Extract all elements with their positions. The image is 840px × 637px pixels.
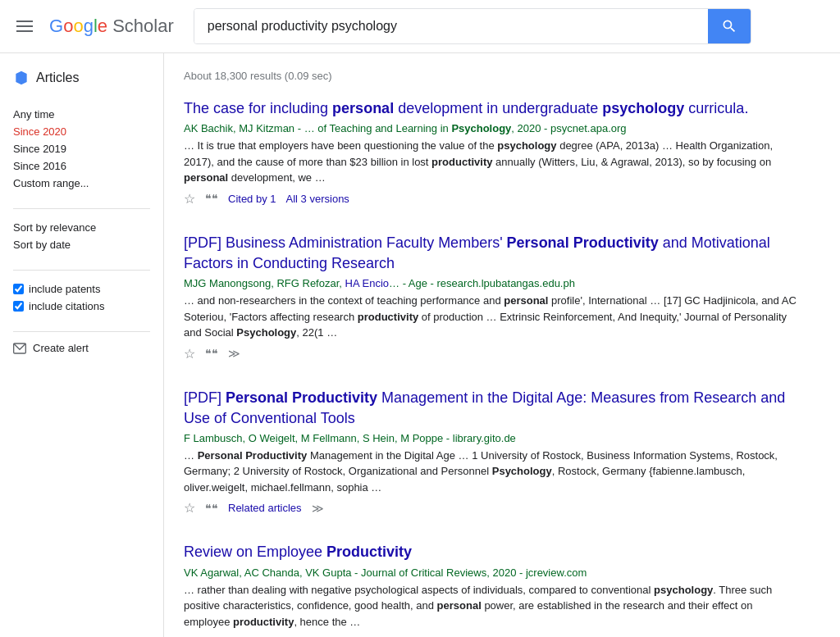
result-actions-3: ☆ ❝❝ Related articles ≫ (184, 500, 801, 516)
include-citations-text: include citations (29, 300, 105, 312)
logo-google-text: Google (49, 16, 107, 37)
create-alert-label: Create alert (33, 342, 89, 354)
include-section: include patents include citations (13, 280, 150, 315)
sidebar-articles-label: Articles (36, 71, 79, 85)
more-icon-2[interactable]: ≫ (228, 347, 240, 360)
articles-icon (13, 70, 30, 86)
header: Google Scholar (0, 0, 840, 53)
cite-icon-3[interactable]: ❝❝ (205, 502, 218, 515)
include-patents-text: include patents (29, 283, 100, 295)
result-meta-4: VK Agarwal, AC Chanda, VK Gupta - Journa… (184, 566, 801, 579)
result-actions-1: ☆ ❝❝ Cited by 1 All 3 versions (184, 191, 801, 207)
result-actions-2: ☆ ❝❝ ≫ (184, 346, 801, 362)
search-form (194, 8, 751, 44)
filter-since-2019[interactable]: Since 2019 (13, 140, 150, 157)
filter-since-2016[interactable]: Since 2016 (13, 157, 150, 175)
layout: Articles Any time Since 2020 Since 2019 … (0, 53, 840, 637)
include-patents-label[interactable]: include patents (13, 280, 150, 298)
include-patents-checkbox[interactable] (13, 284, 24, 294)
logo-scholar-text: Scholar (112, 16, 174, 37)
result-meta-1: AK Bachik, MJ Kitzman - … of Teaching an… (184, 122, 801, 134)
pdf-tag-3: [PDF] (184, 389, 221, 406)
filter-custom-range[interactable]: Custom range... (13, 175, 150, 192)
star-icon-1[interactable]: ☆ (184, 191, 195, 207)
logo: Google Scholar (49, 16, 174, 37)
envelope-icon (13, 343, 26, 354)
cite-icon-1[interactable]: ❝❝ (205, 192, 218, 205)
time-filter-section: Any time Since 2020 Since 2019 Since 201… (13, 106, 150, 192)
ha-encio-link[interactable]: HA Encio (345, 277, 389, 289)
main-results: About 18,300 results (0.09 sec) The case… (164, 53, 820, 637)
result-snippet-4: … rather than dealing with negative psyc… (184, 582, 801, 630)
sort-by-relevance[interactable]: Sort by relevance (13, 219, 150, 236)
result-title-3[interactable]: [PDF] Personal Productivity Management i… (184, 388, 801, 429)
bold-psychology-1: psychology (602, 100, 684, 116)
related-articles-3[interactable]: Related articles (228, 502, 302, 514)
results-info: About 18,300 results (0.09 sec) (184, 66, 801, 82)
include-citations-label[interactable]: include citations (13, 298, 150, 315)
create-alert[interactable]: Create alert (13, 342, 150, 354)
pdf-tag-2: [PDF] (184, 234, 221, 251)
filter-any-time[interactable]: Any time (13, 106, 150, 123)
result-title-1[interactable]: The case for including personal developm… (184, 98, 801, 119)
star-icon-3[interactable]: ☆ (184, 500, 195, 516)
bold-productivity-3: Personal Productivity (226, 389, 377, 406)
search-input[interactable] (194, 9, 708, 43)
result-snippet-2: … and non-researchers in the context of … (184, 293, 801, 341)
cited-by-1[interactable]: Cited by 1 (228, 193, 276, 205)
sidebar-divider-3 (13, 331, 150, 332)
result-item: [PDF] Business Administration Faculty Me… (184, 233, 801, 365)
result-title-4[interactable]: Review on Employee Productivity (184, 542, 801, 562)
filter-since-2020[interactable]: Since 2020 (13, 123, 150, 140)
result-title-2[interactable]: [PDF] Business Administration Faculty Me… (184, 233, 801, 274)
sidebar: Articles Any time Since 2020 Since 2019 … (0, 53, 164, 637)
sidebar-header: Articles (13, 70, 150, 86)
all-versions-1[interactable]: All 3 versions (286, 193, 349, 205)
hamburger-menu[interactable] (13, 17, 36, 35)
cite-icon-2[interactable]: ❝❝ (205, 347, 218, 360)
bold-personal-1: personal (332, 100, 394, 116)
sidebar-divider-1 (13, 208, 150, 209)
bold-productivity-2: Personal Productivity (507, 234, 659, 251)
star-icon-2[interactable]: ☆ (184, 346, 195, 362)
result-meta-3: F Lambusch, O Weigelt, M Fellmann, S Hei… (184, 432, 801, 444)
result-snippet-3: … Personal Productivity Management in th… (184, 448, 801, 496)
search-button[interactable] (708, 9, 751, 43)
more-icon-3[interactable]: ≫ (312, 502, 324, 515)
svg-marker-0 (16, 71, 26, 85)
result-item: [PDF] Personal Productivity Management i… (184, 388, 801, 520)
result-meta-2: MJG Manongsong, RFG Refozar, HA Encio… -… (184, 277, 801, 289)
sort-section: Sort by relevance Sort by date (13, 219, 150, 253)
search-icon (721, 18, 737, 34)
bold-productivity-4: Productivity (326, 544, 412, 560)
result-snippet-1: … It is true that employers have been qu… (184, 138, 801, 186)
result-item: The case for including personal developm… (184, 98, 801, 210)
sidebar-divider-2 (13, 270, 150, 271)
include-citations-checkbox[interactable] (13, 301, 24, 312)
result-item: Review on Employee Productivity VK Agarw… (184, 542, 801, 637)
sort-by-date[interactable]: Sort by date (13, 236, 150, 253)
